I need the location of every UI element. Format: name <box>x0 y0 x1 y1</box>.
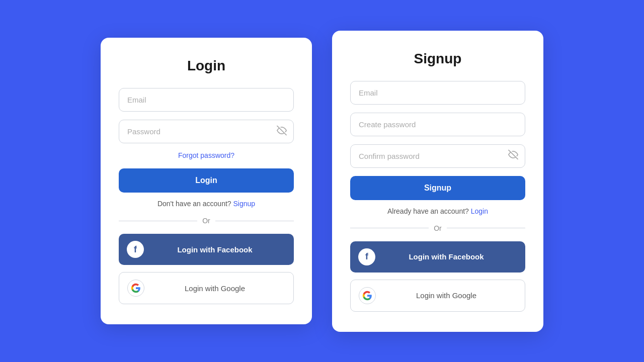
forgot-password-link[interactable]: Forgot password? <box>119 151 294 159</box>
login-card: Login Forgot password? Login Don't have … <box>101 38 312 324</box>
signup-google-icon-wrap <box>359 287 376 304</box>
signup-google-button[interactable]: Login with Google <box>350 280 525 312</box>
facebook-icon: f <box>134 244 137 255</box>
signup-divider-line-left <box>350 228 429 228</box>
login-divider: Or <box>119 217 294 225</box>
facebook-icon-wrap: f <box>127 241 144 258</box>
no-account-text: Don't have an account? Signup <box>119 200 294 208</box>
signup-facebook-label: Login with Facebook <box>375 252 517 261</box>
login-google-label: Login with Google <box>144 284 285 293</box>
login-title: Login <box>119 58 294 74</box>
signup-google-label: Login with Google <box>376 291 517 300</box>
signup-button[interactable]: Signup <box>350 176 525 200</box>
signup-facebook-button[interactable]: f Login with Facebook <box>350 241 525 273</box>
cards-container: Login Forgot password? Login Don't have … <box>101 31 543 332</box>
create-password-input-group <box>350 113 525 136</box>
signup-link[interactable]: Signup <box>233 200 255 208</box>
email-input-group <box>119 88 294 112</box>
have-account-text: Already have an account? Login <box>350 207 525 215</box>
signup-divider-line-right <box>447 228 525 228</box>
signup-google-icon <box>362 291 372 301</box>
login-button[interactable]: Login <box>119 168 294 193</box>
confirm-password-input-group <box>350 144 525 168</box>
password-input-group <box>119 120 294 143</box>
divider-line-right <box>215 221 294 221</box>
login-google-button[interactable]: Login with Google <box>119 272 294 304</box>
login-facebook-button[interactable]: f Login with Facebook <box>119 234 294 265</box>
signup-facebook-icon: f <box>365 251 368 262</box>
divider-line-left <box>119 221 197 221</box>
login-email-input[interactable] <box>119 88 294 112</box>
signup-divider: Or <box>350 224 525 232</box>
signup-or-text: Or <box>434 224 442 232</box>
signup-card: Signup Signup Already have an account? L… <box>332 31 543 332</box>
signup-email-input-group <box>350 81 525 105</box>
signup-confirm-password-input[interactable] <box>350 144 525 168</box>
password-toggle-icon[interactable] <box>277 125 287 138</box>
login-link[interactable]: Login <box>471 207 488 215</box>
login-facebook-label: Login with Facebook <box>144 245 286 254</box>
signup-create-password-input[interactable] <box>350 113 525 136</box>
signup-title: Signup <box>350 51 525 67</box>
confirm-password-toggle-icon[interactable] <box>508 150 518 162</box>
signup-email-input[interactable] <box>350 81 525 105</box>
google-icon <box>131 283 141 293</box>
signup-facebook-icon-wrap: f <box>358 248 375 265</box>
google-icon-wrap <box>127 280 144 297</box>
or-text: Or <box>202 217 210 225</box>
login-password-input[interactable] <box>119 120 294 143</box>
